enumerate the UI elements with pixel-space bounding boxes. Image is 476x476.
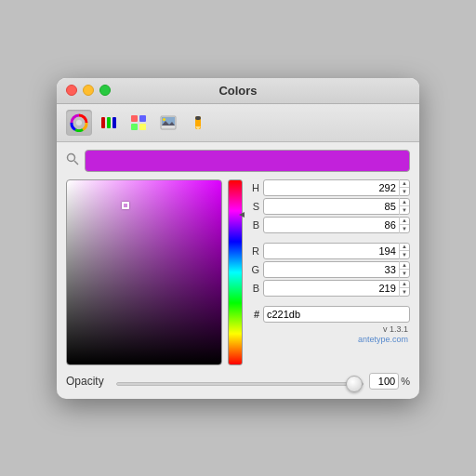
sat-field-row: S ▲ ▼ — [248, 198, 410, 215]
svg-rect-15 — [195, 116, 201, 120]
blue-down[interactable]: ▼ — [400, 288, 409, 297]
hue-label: H — [248, 182, 259, 193]
svg-point-1 — [76, 120, 82, 126]
green-up[interactable]: ▲ — [400, 261, 409, 271]
search-icon[interactable] — [66, 152, 79, 168]
red-up[interactable]: ▲ — [400, 243, 409, 252]
picker-area: H ▲ ▼ S — [66, 179, 410, 365]
crayons-icon[interactable] — [185, 110, 211, 136]
color-wheel-icon[interactable] — [66, 110, 92, 136]
green-label: G — [248, 264, 259, 275]
sat-input[interactable] — [264, 201, 399, 212]
antetype-link[interactable]: antetype.com — [248, 335, 408, 344]
hex-field-row: # — [248, 306, 410, 323]
window-title: Colors — [218, 84, 257, 98]
version-text: v 1.3.1 — [248, 324, 408, 334]
svg-rect-3 — [107, 117, 111, 128]
green-input[interactable] — [264, 264, 399, 275]
hue-up[interactable]: ▲ — [400, 179, 409, 189]
green-input-wrap[interactable]: ▲ ▼ — [263, 261, 410, 278]
hue-stepper[interactable]: ▲ ▼ — [399, 179, 409, 196]
svg-point-12 — [163, 118, 165, 121]
hex-input[interactable] — [264, 309, 409, 320]
content: H ▲ ▼ S — [57, 142, 419, 399]
color-preview-bar[interactable] — [85, 150, 410, 172]
sat-label: S — [248, 201, 259, 212]
hex-label: # — [248, 309, 259, 320]
green-field-row: G ▲ ▼ — [248, 261, 410, 278]
toolbar — [57, 104, 419, 142]
color-picker-window: Colors — [57, 78, 419, 399]
red-field-row: R ▲ ▼ — [248, 243, 410, 259]
svg-rect-5 — [131, 115, 138, 122]
traffic-lights — [66, 85, 111, 96]
blue-field-row: B ▲ ▼ — [248, 280, 410, 297]
svg-rect-8 — [139, 124, 146, 130]
bri-input[interactable] — [264, 219, 399, 231]
opacity-input[interactable] — [369, 373, 399, 390]
minimize-button[interactable] — [83, 85, 94, 96]
sat-down[interactable]: ▼ — [400, 206, 409, 215]
red-input-wrap[interactable]: ▲ ▼ — [263, 243, 410, 259]
sat-stepper[interactable]: ▲ ▼ — [399, 198, 409, 215]
red-stepper[interactable]: ▲ ▼ — [399, 243, 409, 259]
bri-down[interactable]: ▼ — [400, 225, 409, 233]
spectrum-bar[interactable] — [228, 179, 243, 365]
bri-label: B — [248, 219, 259, 231]
hue-input[interactable] — [264, 182, 399, 193]
hex-input-wrap[interactable] — [263, 306, 410, 323]
bri-field-row: B ▲ ▼ — [248, 217, 410, 233]
opacity-slider[interactable] — [116, 382, 364, 386]
hue-input-wrap[interactable]: ▲ ▼ — [263, 179, 410, 196]
red-down[interactable]: ▼ — [400, 251, 409, 259]
blue-label: B — [248, 283, 259, 294]
bri-input-wrap[interactable]: ▲ ▼ — [263, 217, 410, 233]
svg-rect-6 — [139, 115, 146, 122]
image-palette-icon[interactable] — [155, 110, 181, 136]
bri-up[interactable]: ▲ — [400, 217, 409, 226]
titlebar: Colors — [57, 78, 419, 104]
svg-line-17 — [74, 161, 78, 165]
svg-rect-7 — [131, 124, 138, 130]
close-button[interactable] — [66, 85, 77, 96]
blue-up[interactable]: ▲ — [400, 280, 409, 289]
color-sliders-icon[interactable] — [96, 110, 122, 136]
hue-field-row: H ▲ ▼ — [248, 179, 410, 196]
color-gradient[interactable] — [66, 179, 222, 365]
blue-input-wrap[interactable]: ▲ ▼ — [263, 280, 410, 297]
opacity-slider-wrap — [116, 373, 364, 390]
hue-down[interactable]: ▼ — [400, 188, 409, 196]
green-down[interactable]: ▼ — [400, 270, 409, 278]
color-palette-icon[interactable] — [126, 110, 152, 136]
color-preview-row — [66, 150, 410, 172]
blue-input[interactable] — [264, 283, 399, 294]
svg-point-16 — [68, 154, 75, 162]
opacity-section: Opacity % — [66, 373, 410, 390]
sat-input-wrap[interactable]: ▲ ▼ — [263, 198, 410, 215]
svg-rect-4 — [112, 117, 116, 128]
fields-panel: H ▲ ▼ S — [248, 179, 410, 365]
green-stepper[interactable]: ▲ ▼ — [399, 261, 409, 278]
gradient-cursor[interactable] — [122, 202, 129, 209]
spectrum-cursor — [226, 212, 245, 218]
opacity-percent: % — [401, 376, 410, 387]
opacity-value-wrap: % — [369, 373, 410, 390]
svg-rect-2 — [101, 117, 105, 128]
bri-stepper[interactable]: ▲ ▼ — [399, 217, 409, 233]
red-label: R — [248, 245, 259, 257]
red-input[interactable] — [264, 245, 399, 257]
sat-up[interactable]: ▲ — [400, 198, 409, 207]
maximize-button[interactable] — [99, 85, 111, 96]
blue-stepper[interactable]: ▲ ▼ — [399, 280, 409, 297]
opacity-label: Opacity — [66, 375, 111, 388]
